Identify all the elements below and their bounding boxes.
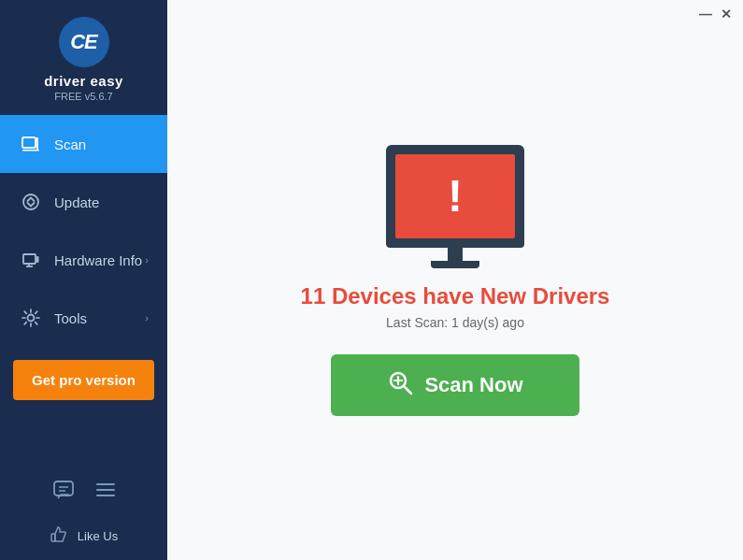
like-us-row[interactable]: Like Us: [31, 525, 136, 547]
svg-line-17: [404, 386, 411, 394]
logo-icon: CE: [59, 17, 109, 67]
sidebar-item-tools[interactable]: Tools ›: [0, 289, 167, 347]
monitor-body: !: [386, 145, 524, 248]
sidebar-tools-label: Tools: [54, 310, 87, 326]
sidebar-update-label: Update: [54, 194, 99, 210]
like-us-label: Like Us: [78, 529, 118, 543]
hardware-info-chevron: ›: [145, 254, 149, 266]
tools-chevron: ›: [145, 312, 149, 323]
sidebar-hardware-label: Hardware Info: [54, 252, 142, 268]
menu-icon[interactable]: [94, 479, 117, 509]
sidebar-bottom: Like Us: [0, 471, 167, 560]
hardware-info-icon: [19, 248, 43, 272]
minimize-button[interactable]: —: [698, 7, 713, 21]
monitor-screen: !: [395, 154, 515, 238]
scan-now-button[interactable]: Scan Now: [331, 354, 579, 416]
monitor-illustration: !: [386, 145, 524, 268]
close-button[interactable]: ✕: [719, 7, 734, 21]
chat-icon[interactable]: [51, 479, 76, 509]
titlebar: — ✕: [689, 0, 743, 28]
svg-rect-4: [23, 254, 36, 264]
svg-rect-1: [22, 150, 39, 151]
app-logo: CE driver easy FREE v5.6.7: [0, 0, 167, 115]
scan-now-label: Scan Now: [424, 373, 522, 397]
exclamation-mark: !: [448, 174, 463, 219]
scan-icon: [19, 132, 43, 156]
bottom-icons-row: [51, 471, 117, 516]
monitor-stand: [431, 261, 479, 268]
svg-rect-15: [51, 534, 55, 541]
sidebar-scan-label: Scan: [54, 136, 86, 152]
update-icon: [19, 190, 43, 214]
monitor-neck: [448, 248, 463, 261]
svg-point-8: [28, 315, 35, 322]
svg-rect-9: [54, 481, 73, 495]
sidebar-item-hardware-info[interactable]: Hardware Info ›: [0, 231, 167, 289]
logo-letters: CE: [70, 30, 97, 54]
tools-icon: [19, 306, 43, 330]
sidebar-item-update[interactable]: Update: [0, 173, 167, 231]
last-scan-text: Last Scan: 1 day(s) ago: [386, 315, 524, 330]
main-content: — ✕ ! 11 Devices have New Drivers Last S…: [167, 0, 743, 560]
get-pro-button[interactable]: Get pro version: [13, 360, 154, 400]
scan-now-icon: [387, 369, 413, 401]
app-version: FREE v5.6.7: [54, 91, 112, 102]
app-name: driver easy: [44, 73, 123, 89]
svg-rect-0: [22, 137, 36, 148]
sidebar-item-scan[interactable]: Scan: [0, 115, 167, 173]
thumbs-up-icon: [50, 525, 68, 547]
alert-title: 11 Devices have New Drivers: [301, 283, 610, 309]
sidebar: CE driver easy FREE v5.6.7 Scan Update: [0, 0, 167, 560]
svg-rect-7: [36, 256, 39, 263]
